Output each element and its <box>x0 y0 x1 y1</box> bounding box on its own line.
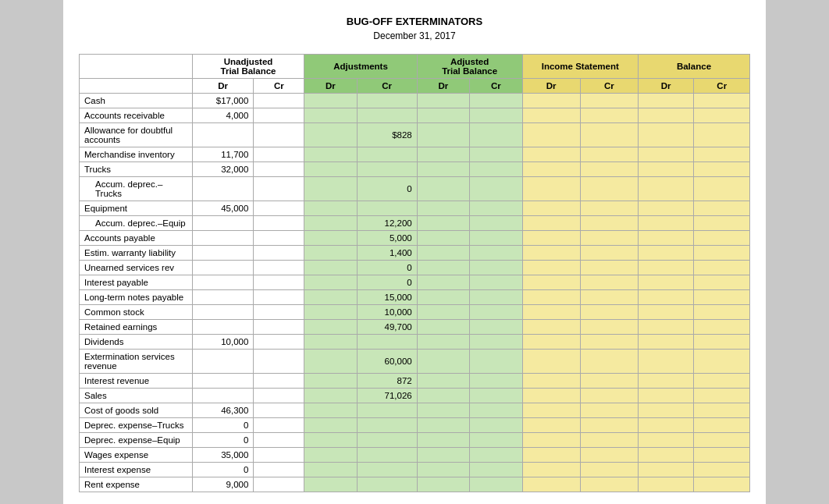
adjusted-dr <box>417 320 469 335</box>
balance-dr <box>638 108 693 123</box>
adjusted-cr <box>470 147 522 162</box>
table-row: Wages expense 35,000 <box>80 448 750 463</box>
income-dr <box>522 374 580 389</box>
table-row: Long-term notes payable 15,000 <box>80 290 750 305</box>
account-name: Cost of goods sold <box>80 403 193 418</box>
account-name: Unearned services rev <box>80 261 193 275</box>
account-name: Interest revenue <box>80 374 193 389</box>
adjusted-dr <box>417 433 469 448</box>
balance-dr <box>638 177 693 201</box>
header-adjusted-dr: Dr <box>417 79 469 94</box>
income-cr <box>580 335 638 350</box>
unadj-dr: 32,000 <box>192 162 254 177</box>
adj-dr <box>304 246 357 261</box>
adj-cr: 12,200 <box>357 216 417 231</box>
account-name: Accounts payable <box>80 231 193 246</box>
account-name: Equipment <box>80 201 193 216</box>
adjusted-dr <box>417 201 469 216</box>
table-row: Accum. deprec.–Equip 12,200 <box>80 216 750 231</box>
balance-cr <box>694 350 750 374</box>
adjusted-dr <box>417 108 469 123</box>
income-dr <box>522 147 580 162</box>
income-cr <box>580 261 638 275</box>
adjusted-dr <box>417 123 469 147</box>
header-adj-cr: Cr <box>357 79 417 94</box>
unadj-cr <box>254 305 304 320</box>
adjusted-cr <box>470 418 522 433</box>
income-dr <box>522 231 580 246</box>
adj-cr <box>357 418 417 433</box>
adj-cr: 5,000 <box>357 231 417 246</box>
income-cr <box>580 433 638 448</box>
adj-dr <box>304 94 357 108</box>
adj-cr: 60,000 <box>357 350 417 374</box>
adj-cr: 0 <box>357 275 417 290</box>
adj-dr <box>304 290 357 305</box>
income-cr <box>580 216 638 231</box>
unadj-dr: 10,000 <box>192 335 254 350</box>
adjusted-cr <box>470 216 522 231</box>
balance-dr <box>638 335 693 350</box>
unadj-cr <box>254 290 304 305</box>
balance-cr <box>694 123 750 147</box>
adj-cr <box>357 162 417 177</box>
adj-cr: 10,000 <box>357 305 417 320</box>
account-name: Extermination services revenue <box>80 350 193 374</box>
adj-dr <box>304 389 357 403</box>
adjusted-cr <box>470 305 522 320</box>
account-name: Cash <box>80 94 193 108</box>
account-name: Deprec. expense–Equip <box>80 433 193 448</box>
balance-dr <box>638 123 693 147</box>
unadj-cr <box>254 94 304 108</box>
unadj-cr <box>254 403 304 418</box>
adjusted-cr <box>470 94 522 108</box>
balance-dr <box>638 94 693 108</box>
balance-dr <box>638 433 693 448</box>
unadj-cr <box>254 275 304 290</box>
account-name: Allowance for doubtful accounts <box>80 123 193 147</box>
adjusted-dr <box>417 147 469 162</box>
adjusted-cr <box>470 403 522 418</box>
income-cr <box>580 290 638 305</box>
balance-cr <box>694 403 750 418</box>
header-account <box>80 55 193 79</box>
adj-dr <box>304 162 357 177</box>
income-cr <box>580 147 638 162</box>
adj-dr <box>304 477 357 492</box>
account-name: Retained earnings <box>80 320 193 335</box>
unadj-cr <box>254 418 304 433</box>
income-dr <box>522 418 580 433</box>
account-name: Trucks <box>80 162 193 177</box>
account-name: Accounts receivable <box>80 108 193 123</box>
adj-dr <box>304 305 357 320</box>
adj-dr <box>304 231 357 246</box>
income-dr <box>522 403 580 418</box>
adjusted-dr <box>417 403 469 418</box>
adj-cr <box>357 433 417 448</box>
adjusted-cr <box>470 477 522 492</box>
table-row: Estim. warranty liability 1,400 <box>80 246 750 261</box>
income-cr <box>580 108 638 123</box>
header-income-dr: Dr <box>522 79 580 94</box>
header-adjusted-trial-balance: AdjustedTrial Balance <box>417 55 522 79</box>
table-row: Rent expense 9,000 <box>80 477 750 492</box>
balance-dr <box>638 448 693 463</box>
account-name: Deprec. expense–Trucks <box>80 418 193 433</box>
unadj-cr <box>254 261 304 275</box>
adjusted-cr <box>470 246 522 261</box>
balance-cr <box>694 201 750 216</box>
adjusted-cr <box>470 433 522 448</box>
adj-dr <box>304 463 357 477</box>
header-adjusted-cr: Cr <box>470 79 522 94</box>
table-row: Allowance for doubtful accounts $828 <box>80 123 750 147</box>
unadj-dr <box>192 177 254 201</box>
adj-dr <box>304 320 357 335</box>
adj-cr <box>357 448 417 463</box>
header-income-cr: Cr <box>580 79 638 94</box>
adj-dr <box>304 177 357 201</box>
unadj-dr <box>192 123 254 147</box>
balance-cr <box>694 147 750 162</box>
account-name: Accum. deprec.–Trucks <box>80 177 193 201</box>
unadj-dr <box>192 320 254 335</box>
unadj-dr <box>192 374 254 389</box>
